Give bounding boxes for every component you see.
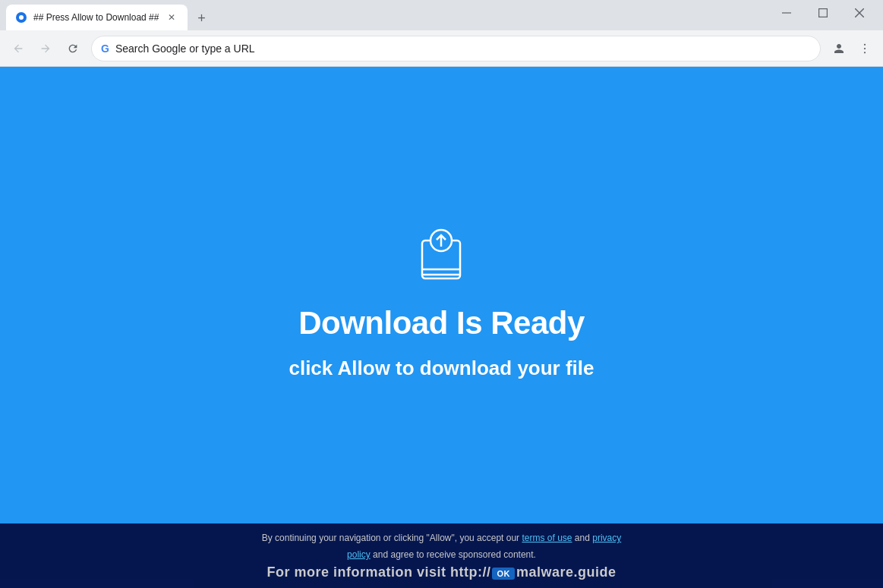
tab-favicon <box>15 11 27 24</box>
svg-point-6 <box>864 43 866 45</box>
close-button[interactable] <box>842 2 877 24</box>
and1: and <box>575 533 590 543</box>
minimize-button[interactable] <box>769 2 804 24</box>
address-text: Search Google or type a URL <box>115 42 811 55</box>
main-heading: Download Is Ready <box>298 305 585 341</box>
svg-point-8 <box>864 52 866 53</box>
svg-point-1 <box>19 15 24 20</box>
bottom-bar: By continuing your navigation or clickin… <box>0 524 883 588</box>
forward-button[interactable] <box>33 36 58 61</box>
tab-area: ## Press Allow to Download ## ✕ + <box>6 0 769 30</box>
active-tab[interactable]: ## Press Allow to Download ## ✕ <box>6 5 188 30</box>
reload-button[interactable] <box>61 36 85 61</box>
policy-link[interactable]: policy <box>347 549 371 560</box>
privacy-link[interactable]: privacy <box>592 533 621 543</box>
sponsored-text: and agree to receive sponsored content. <box>373 549 536 560</box>
hero-area: Download Is Ready click Allow to downloa… <box>289 214 594 380</box>
web-content: Download Is Ready click Allow to downloa… <box>0 67 883 588</box>
svg-point-7 <box>864 47 866 49</box>
svg-rect-3 <box>819 9 828 17</box>
download-icon <box>403 214 479 290</box>
title-bar: ## Press Allow to Download ## ✕ + <box>0 0 883 30</box>
consent-text-before: By continuing your navigation or clickin… <box>262 533 519 543</box>
browser-toolbar: G Search Google or type a URL <box>0 30 883 67</box>
malware-guide-text: For more information visit http://OKmalw… <box>266 564 616 580</box>
restore-button[interactable] <box>806 2 840 24</box>
svg-rect-2 <box>782 12 791 13</box>
toolbar-right-controls <box>827 36 877 61</box>
google-logo: G <box>101 42 109 55</box>
tab-title: ## Press Allow to Download ## <box>33 12 159 23</box>
browser-window: ## Press Allow to Download ## ✕ + <box>0 0 883 588</box>
window-controls <box>769 2 877 29</box>
profile-button[interactable] <box>827 36 851 61</box>
address-bar[interactable]: G Search Google or type a URL <box>91 36 821 61</box>
tab-close-button[interactable]: ✕ <box>165 11 178 24</box>
bottom-text-line1: By continuing your navigation or clickin… <box>262 531 621 545</box>
sub-heading: click Allow to download your file <box>289 357 594 380</box>
bottom-malware-row: For more information visit http://OKmalw… <box>266 564 616 580</box>
menu-button[interactable] <box>853 36 877 61</box>
back-button[interactable] <box>6 36 30 61</box>
new-tab-button[interactable]: + <box>191 8 212 29</box>
terms-link[interactable]: terms of use <box>522 533 572 543</box>
bottom-text-line2: policy and agree to receive sponsored co… <box>347 548 536 561</box>
ok-badge: OK <box>492 568 515 580</box>
